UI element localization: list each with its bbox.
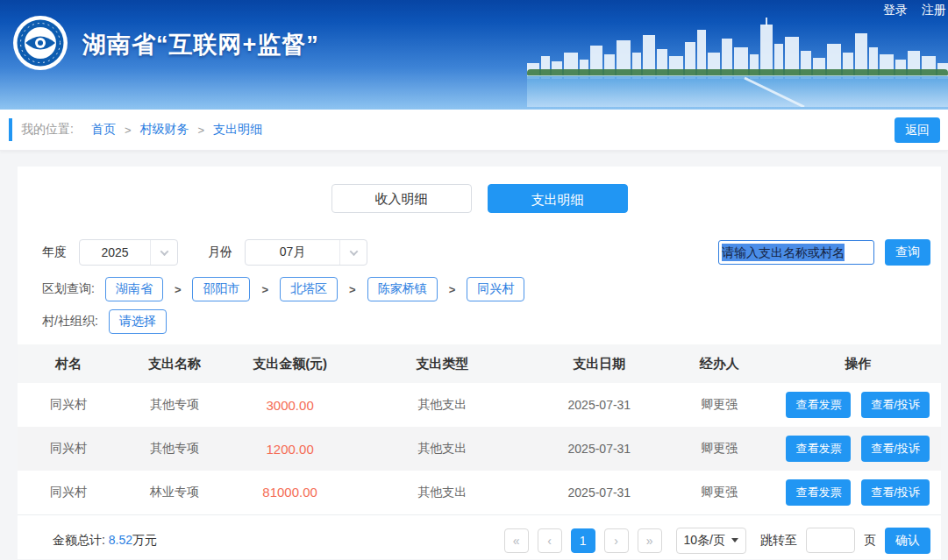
view-complaint-button[interactable]: 查看/投诉 — [861, 436, 930, 462]
cell-date: 2025-07-31 — [535, 471, 664, 514]
table-footer: 金额总计: 8.52万元 « ‹ 1 › » 10条/页 跳转至 页 确认 — [18, 528, 941, 554]
region-pill-province[interactable]: 湖南省 — [105, 277, 163, 301]
table-row: 同兴村 其他专项 3000.00 其他支出 2025-07-31 卿更强 查看发… — [18, 383, 941, 427]
breadcrumb-item-expense-detail[interactable]: 支出明细 — [213, 122, 262, 138]
pagination: « ‹ 1 › » 10条/页 跳转至 页 确认 — [504, 528, 930, 554]
cell-type: 其他支出 — [350, 383, 535, 427]
cell-amount: 3000.00 — [230, 383, 350, 427]
cell-type: 其他支出 — [350, 471, 535, 514]
breadcrumb-separator: > — [197, 124, 204, 137]
register-link[interactable]: 注册 — [922, 3, 946, 17]
cell-amount: 81000.00 — [230, 471, 350, 514]
breadcrumb-separator: > — [125, 124, 132, 137]
breadcrumb-item-home[interactable]: 首页 — [91, 122, 116, 138]
page-size-value: 10条/页 — [684, 533, 725, 549]
col-header-type: 支出类型 — [350, 344, 535, 383]
breadcrumb: 我的位置: 首页 > 村级财务 > 支出明细 返回 — [0, 110, 948, 151]
col-header-amount: 支出金额(元) — [230, 344, 350, 383]
page-size-select[interactable]: 10条/页 — [676, 528, 746, 554]
view-invoice-button[interactable]: 查看发票 — [786, 436, 851, 462]
region-pill-district[interactable]: 北塔区 — [280, 277, 338, 301]
login-link[interactable]: 登录 — [883, 3, 908, 17]
main-content: 收入明细 支出明细 年度 2025 月份 07月 请输入支出名称或村名 查询 区… — [18, 167, 941, 559]
detail-tabs: 收入明细 支出明细 — [18, 167, 941, 213]
org-select-pill[interactable]: 请选择 — [109, 309, 167, 334]
year-select[interactable]: 2025 — [79, 239, 178, 266]
cell-date: 2025-07-31 — [535, 383, 664, 427]
month-label: 月份 — [208, 245, 232, 260]
next-page-button[interactable]: › — [604, 528, 629, 553]
search-input[interactable]: 请输入支出名称或村名 — [718, 240, 874, 265]
total-amount: 金额总计: 8.52万元 — [53, 533, 157, 549]
cell-village: 同兴村 — [18, 383, 119, 427]
page-unit-label: 页 — [864, 533, 876, 549]
last-page-button[interactable]: » — [638, 528, 662, 553]
org-label: 村/社组织: — [42, 314, 98, 330]
cell-expense-name: 林业专项 — [119, 471, 230, 514]
total-value: 8.52 — [109, 533, 132, 547]
query-button[interactable]: 查询 — [885, 239, 930, 266]
view-complaint-button[interactable]: 查看/投诉 — [861, 392, 930, 418]
city-skyline-image — [527, 14, 948, 107]
chevron-down-icon — [151, 250, 177, 256]
confirm-button[interactable]: 确认 — [885, 528, 930, 554]
page-number-button[interactable]: 1 — [571, 528, 595, 553]
year-select-value: 2025 — [80, 245, 150, 259]
breadcrumb-label: 我的位置: — [21, 122, 74, 138]
col-header-actions: 操作 — [774, 344, 941, 383]
cell-amount: 1200.00 — [230, 427, 350, 471]
expense-table: 村名 支出名称 支出金额(元) 支出类型 支出日期 经办人 操作 同兴村 其他专… — [18, 344, 941, 515]
cell-expense-name: 其他专项 — [119, 427, 230, 471]
view-complaint-button[interactable]: 查看/投诉 — [861, 479, 930, 506]
table-header-row: 村名 支出名称 支出金额(元) 支出类型 支出日期 经办人 操作 — [18, 344, 941, 383]
region-pill-city[interactable]: 邵阳市 — [192, 277, 250, 301]
table-row: 同兴村 其他专项 1200.00 其他支出 2025-07-31 卿更强 查看发… — [18, 427, 941, 471]
search-area: 请输入支出名称或村名 查询 — [718, 239, 930, 266]
region-filter-row: 区划查询: 湖南省 > 邵阳市 > 北塔区 > 陈家桥镇 > 同兴村 — [42, 277, 941, 301]
region-separator: > — [261, 283, 268, 296]
region-separator: > — [175, 283, 182, 296]
region-label: 区划查询: — [42, 281, 95, 297]
total-label: 金额总计: — [53, 533, 105, 547]
jump-page-input[interactable] — [806, 528, 855, 553]
month-select-value: 07月 — [246, 245, 339, 260]
view-invoice-button[interactable]: 查看发票 — [786, 479, 851, 506]
prev-page-button[interactable]: ‹ — [538, 528, 562, 553]
table-row: 同兴村 林业专项 81000.00 其他支出 2025-07-31 卿更强 查看… — [18, 471, 941, 514]
region-separator: > — [449, 283, 456, 296]
breadcrumb-item-village-finance[interactable]: 村级财务 — [139, 122, 189, 138]
month-select[interactable]: 07月 — [245, 239, 367, 266]
tab-income-detail[interactable]: 收入明细 — [331, 184, 472, 213]
cell-handler: 卿更强 — [664, 427, 774, 471]
tab-expense-detail[interactable]: 支出明细 — [488, 184, 628, 213]
jump-to-label: 跳转至 — [760, 533, 797, 549]
chevron-down-icon — [340, 250, 367, 256]
search-input-text: 请输入支出名称或村名 — [722, 244, 845, 261]
auth-links: 登录注册 — [883, 3, 948, 18]
page-title: 湖南省“互联网+监督” — [82, 29, 319, 60]
region-pill-town[interactable]: 陈家桥镇 — [367, 277, 438, 301]
filter-row: 年度 2025 月份 07月 请输入支出名称或村名 查询 — [42, 239, 932, 266]
year-label: 年度 — [42, 245, 67, 260]
cell-village: 同兴村 — [18, 471, 119, 514]
site-header: 湖南省“互联网+监督” 登录注册 — [0, 0, 948, 110]
region-pill-village[interactable]: 同兴村 — [467, 277, 524, 301]
cell-village: 同兴村 — [18, 427, 119, 471]
cell-handler: 卿更强 — [664, 471, 774, 514]
col-header-handler: 经办人 — [664, 344, 774, 383]
back-button[interactable]: 返回 — [895, 117, 940, 143]
view-invoice-button[interactable]: 查看发票 — [786, 392, 851, 418]
col-header-date: 支出日期 — [535, 344, 664, 383]
region-separator: > — [349, 283, 356, 296]
cell-expense-name: 其他专项 — [119, 383, 230, 427]
chevron-down-icon — [731, 538, 738, 542]
site-logo-eye-icon — [12, 15, 68, 71]
col-header-expense-name: 支出名称 — [119, 344, 230, 383]
org-filter-row: 村/社组织: 请选择 — [42, 309, 941, 334]
first-page-button[interactable]: « — [504, 528, 529, 553]
total-unit: 万元 — [132, 533, 157, 547]
col-header-village: 村名 — [18, 344, 119, 383]
cell-date: 2025-07-31 — [535, 427, 664, 471]
breadcrumb-accent-bar — [9, 118, 12, 141]
cell-type: 其他支出 — [350, 427, 535, 471]
